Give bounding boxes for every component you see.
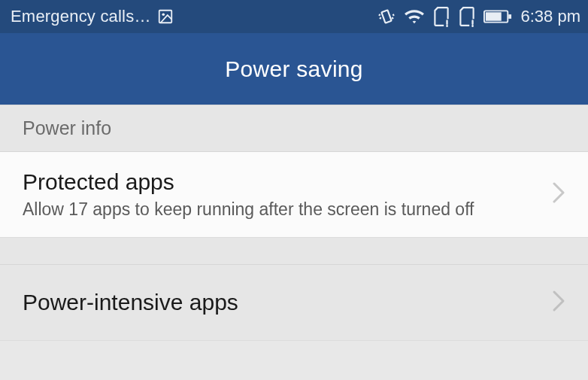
sim2-alert-icon [458, 6, 476, 27]
row-protected-apps-subtitle: Allow 17 apps to keep running after the … [23, 199, 538, 220]
svg-rect-2 [381, 10, 391, 23]
svg-line-3 [379, 14, 380, 16]
clock: 6:38 pm [521, 7, 581, 26]
status-left: Emergency calls… [11, 7, 174, 26]
section-header-power-info: Power info [0, 105, 588, 152]
sim1-alert-icon [432, 6, 450, 27]
chevron-right-icon [552, 181, 565, 207]
chevron-right-icon [552, 290, 565, 315]
row-power-intensive-apps-title: Power-intensive apps [23, 289, 538, 316]
svg-point-1 [162, 13, 165, 16]
wifi-icon [404, 8, 425, 26]
svg-line-5 [393, 14, 393, 16]
section-header-label: Power info [23, 117, 111, 138]
svg-rect-11 [485, 12, 501, 20]
list-gap [0, 238, 588, 265]
row-protected-apps[interactable]: Protected apps Allow 17 apps to keep run… [0, 152, 588, 238]
svg-line-4 [380, 17, 380, 19]
svg-rect-10 [508, 14, 511, 19]
row-protected-apps-title: Protected apps [23, 169, 538, 196]
status-right: 6:38 pm [377, 6, 581, 27]
svg-line-6 [392, 17, 393, 19]
row-power-intensive-apps-text: Power-intensive apps [23, 289, 538, 316]
image-icon [157, 8, 174, 25]
status-bar: Emergency calls… [0, 0, 588, 33]
row-power-intensive-apps[interactable]: Power-intensive apps [0, 265, 588, 341]
screen-title-text: Power saving [225, 56, 363, 82]
row-protected-apps-text: Protected apps Allow 17 apps to keep run… [23, 169, 538, 220]
battery-icon [483, 9, 512, 24]
vibrate-icon [377, 7, 396, 26]
screen-title: Power saving [0, 33, 588, 105]
notification-text: Emergency calls… [11, 7, 151, 26]
